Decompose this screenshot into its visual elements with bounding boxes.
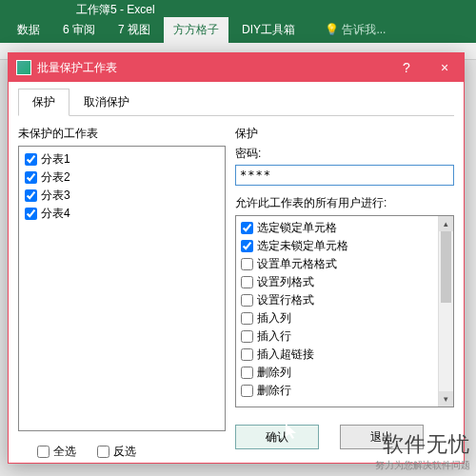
permission-item[interactable]: 删除列 <box>239 364 450 382</box>
permission-item[interactable]: 插入行 <box>239 327 450 346</box>
scroll-track[interactable] <box>439 231 453 391</box>
permission-label: 选定未锁定单元格 <box>257 238 348 254</box>
dialog-main-area: 未保护的工作表 分表1 分表2 分表3 分表4 全选 反选 保护 密码: 允许此… <box>18 126 454 461</box>
ok-button[interactable]: 确认 <box>235 425 319 449</box>
scrollbar[interactable]: ▴ ▾ <box>438 216 453 407</box>
permission-item[interactable]: 设置单元格格式 <box>239 255 450 273</box>
selection-controls: 全选 反选 <box>18 443 226 461</box>
ribbon-tab-view[interactable]: 7 视图 <box>109 17 160 43</box>
ribbon-tab-diy[interactable]: DIY工具箱 <box>232 17 305 43</box>
scroll-thumb[interactable] <box>441 231 451 303</box>
select-all-label: 全选 <box>53 444 76 460</box>
sheet-item[interactable]: 分表4 <box>23 205 221 223</box>
scroll-down-button[interactable]: ▾ <box>439 391 453 407</box>
dialog-titlebar[interactable]: 批量保护工作表 ? × <box>9 53 464 82</box>
scroll-up-button[interactable]: ▴ <box>439 216 453 231</box>
select-all-control[interactable]: 全选 <box>35 443 78 461</box>
permission-label: 删除列 <box>257 365 291 381</box>
permission-checkbox[interactable] <box>241 330 253 343</box>
permission-label: 插入行 <box>257 328 291 345</box>
help-button[interactable]: ? <box>387 53 426 82</box>
ribbon-tab-review[interactable]: 6 审阅 <box>53 17 105 43</box>
sheet-checkbox[interactable] <box>25 208 37 220</box>
sheet-checkbox[interactable] <box>25 189 37 202</box>
permission-checkbox[interactable] <box>241 258 253 270</box>
sheet-label: 分表2 <box>41 169 70 186</box>
permission-label: 插入超链接 <box>257 347 314 363</box>
tab-unprotect[interactable]: 取消保护 <box>69 89 144 116</box>
sheet-label: 分表1 <box>41 151 70 168</box>
protect-group-label: 保护 <box>235 126 454 142</box>
permission-item[interactable]: 选定未锁定单元格 <box>239 237 450 255</box>
ribbon-tabs: 数据 6 审阅 7 视图 方方格子 DIY工具箱 💡 告诉我... <box>8 16 390 43</box>
permission-item[interactable]: 插入列 <box>239 309 450 327</box>
batch-protect-dialog: 批量保护工作表 ? × 保护 取消保护 未保护的工作表 分表1 分表2 分表3 … <box>8 52 465 464</box>
close-button[interactable]: × <box>426 53 464 82</box>
password-input[interactable] <box>235 165 454 186</box>
permission-item[interactable]: 选定锁定单元格 <box>239 219 450 237</box>
permission-item[interactable]: 设置行格式 <box>239 291 450 309</box>
ribbon-bar: 工作簿5 - Excel 数据 6 审阅 7 视图 方方格子 DIY工具箱 💡 … <box>0 0 476 43</box>
permission-checkbox[interactable] <box>241 348 253 361</box>
permission-label: 设置行格式 <box>257 292 314 308</box>
permission-checkbox[interactable] <box>241 312 253 325</box>
permissions-label: 允许此工作表的所有用户进行: <box>235 195 454 211</box>
sheet-label: 分表3 <box>41 188 70 204</box>
permissions-listbox[interactable]: 选定锁定单元格 选定未锁定单元格 设置单元格格式 设置列格式 设置行格式 插入列… <box>235 215 454 407</box>
invert-checkbox[interactable] <box>97 446 109 458</box>
sheet-item[interactable]: 分表3 <box>23 187 221 205</box>
permission-checkbox[interactable] <box>241 222 253 234</box>
app-icon <box>16 60 31 75</box>
sheet-item[interactable]: 分表1 <box>23 150 221 169</box>
document-title: 工作簿5 - Excel <box>76 2 155 18</box>
ribbon-tab-ffgz[interactable]: 方方格子 <box>164 17 228 43</box>
left-panel: 未保护的工作表 分表1 分表2 分表3 分表4 全选 反选 <box>18 126 226 461</box>
bulb-icon: 💡 <box>325 23 339 36</box>
permission-checkbox[interactable] <box>241 385 253 397</box>
dialog-body: 保护 取消保护 未保护的工作表 分表1 分表2 分表3 分表4 全选 反选 保护… <box>9 82 464 466</box>
dialog-buttons: 确认 退出 <box>235 425 454 449</box>
tell-me-search[interactable]: 💡 告诉我... <box>320 17 390 43</box>
sheet-label: 分表4 <box>41 206 70 222</box>
permission-item[interactable]: 插入超链接 <box>239 346 450 364</box>
permission-checkbox[interactable] <box>241 276 253 288</box>
permission-label: 设置单元格格式 <box>257 256 337 272</box>
unprotected-sheets-label: 未保护的工作表 <box>18 126 226 142</box>
permission-item[interactable]: 设置列格式 <box>239 273 450 291</box>
permission-label: 选定锁定单元格 <box>257 220 337 236</box>
password-label: 密码: <box>235 146 454 162</box>
select-all-checkbox[interactable] <box>37 446 50 458</box>
invert-label: 反选 <box>113 444 136 460</box>
tell-me-label: 告诉我... <box>342 23 386 36</box>
tab-protect[interactable]: 保护 <box>18 89 69 116</box>
sheet-checkbox[interactable] <box>25 153 37 166</box>
cancel-button[interactable]: 退出 <box>340 425 424 449</box>
dialog-title: 批量保护工作表 <box>37 60 387 76</box>
sheet-item[interactable]: 分表2 <box>23 169 221 187</box>
right-panel: 保护 密码: 允许此工作表的所有用户进行: 选定锁定单元格 选定未锁定单元格 设… <box>235 126 454 461</box>
permission-label: 设置列格式 <box>257 274 314 290</box>
permission-label: 插入列 <box>257 310 291 327</box>
dialog-tab-strip: 保护 取消保护 <box>18 88 454 116</box>
sheet-listbox[interactable]: 分表1 分表2 分表3 分表4 <box>18 146 226 431</box>
permission-item[interactable]: 删除行 <box>239 382 450 400</box>
ribbon-tab-data[interactable]: 数据 <box>8 17 50 43</box>
invert-control[interactable]: 反选 <box>95 443 138 461</box>
permission-checkbox[interactable] <box>241 367 253 379</box>
permission-checkbox[interactable] <box>241 240 253 252</box>
permission-checkbox[interactable] <box>241 294 253 307</box>
permission-label: 删除行 <box>257 383 291 399</box>
sheet-checkbox[interactable] <box>25 171 37 184</box>
